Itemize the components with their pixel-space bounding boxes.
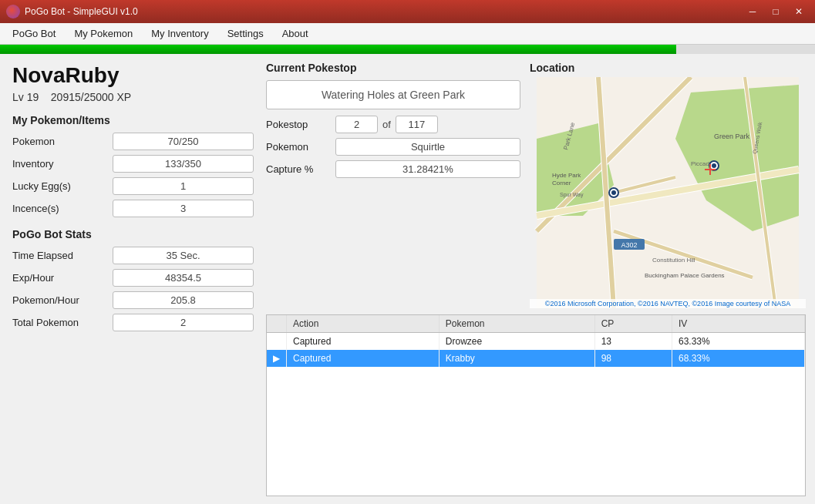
svg-text:A302: A302 xyxy=(621,241,637,249)
log-header-row: Action Pokemon CP IV xyxy=(267,315,805,333)
title-bar: PoGo Bot - SimpleGUI v1.0 ─ □ ✕ xyxy=(0,0,815,23)
pokestop-of: of xyxy=(382,119,391,130)
progress-bar-container xyxy=(0,45,815,54)
player-xp: 20915/25000 XP xyxy=(51,91,131,103)
pokestop-row-label: Pokestop xyxy=(266,119,335,130)
pokestop-name: Watering Holes at Green Park xyxy=(266,80,520,109)
svg-point-26 xyxy=(712,163,716,168)
pokemon-value: 70/250 xyxy=(113,133,254,150)
log-col-cp: CP xyxy=(594,315,672,333)
pokestop-num: 2 xyxy=(335,116,378,133)
menu-item-settings[interactable]: Settings xyxy=(218,25,273,42)
menu-item-mypokemon[interactable]: My Pokemon xyxy=(65,25,142,42)
incence-row: Incence(s) 3 xyxy=(12,200,254,217)
player-level: Lv 19 xyxy=(12,91,39,103)
svg-point-23 xyxy=(611,190,616,195)
close-button[interactable]: ✕ xyxy=(789,4,809,19)
pokestop-total: 117 xyxy=(396,116,438,133)
log-col-arrow xyxy=(267,315,287,333)
svg-text:Green Park: Green Park xyxy=(714,133,750,140)
capture-row: Capture % 31.28421% xyxy=(266,160,520,178)
total-pokemon-value: 2 xyxy=(113,314,254,331)
pokemon-items-title: My Pokemon/Items xyxy=(12,114,254,126)
pokemon-row: Pokemon 70/250 xyxy=(12,133,254,150)
pokestop-section-title: Current Pokestop xyxy=(266,62,520,74)
log-cell-action: Captured xyxy=(287,333,439,351)
pokemon-hour-label: Pokemon/Hour xyxy=(12,294,113,306)
log-table: Action Pokemon CP IV CapturedDrowzee1363… xyxy=(267,315,805,367)
exp-hour-row: Exp/Hour 48354.5 xyxy=(12,269,254,287)
log-tbody: CapturedDrowzee1363.33%▶CapturedKrabby98… xyxy=(267,333,805,368)
log-container: Action Pokemon CP IV CapturedDrowzee1363… xyxy=(266,314,806,496)
bot-stats-title: PoGo Bot Stats xyxy=(12,228,254,240)
log-row[interactable]: ▶CapturedKrabby9868.33% xyxy=(267,350,805,367)
level-xp: Lv 19 20915/25000 XP xyxy=(12,91,254,103)
left-panel: NovaRuby Lv 19 20915/25000 XP My Pokemon… xyxy=(0,54,266,504)
pokestop-panel: Current Pokestop Watering Holes at Green… xyxy=(266,62,520,308)
log-cell-cp: 13 xyxy=(594,333,672,351)
luckyegg-row: Lucky Egg(s) 1 xyxy=(12,177,254,195)
log-col-action: Action xyxy=(287,315,439,333)
exp-hour-label: Exp/Hour xyxy=(12,272,113,284)
exp-hour-value: 48354.5 xyxy=(113,269,254,287)
time-elapsed-label: Time Elapsed xyxy=(12,250,113,261)
luckyegg-value: 1 xyxy=(113,177,254,195)
incence-value: 3 xyxy=(113,200,254,217)
map-wrapper: A302 Park Lane Piccadilly Constitution H… xyxy=(530,77,806,308)
log-cell-pokemon: Krabby xyxy=(439,350,594,367)
pokestop-pokemon-value: Squirtle xyxy=(335,138,520,156)
menu-item-pogobot[interactable]: PoGo Bot xyxy=(3,25,65,42)
capture-value: 31.28421% xyxy=(335,160,520,178)
main-content: NovaRuby Lv 19 20915/25000 XP My Pokemon… xyxy=(0,54,815,504)
log-cell-pokemon: Drowzee xyxy=(439,333,594,351)
log-cell-arrow xyxy=(267,333,287,351)
luckyegg-label: Lucky Egg(s) xyxy=(12,180,113,192)
app-title: PoGo Bot - SimpleGUI v1.0 xyxy=(25,6,743,17)
pokemon-hour-value: 205.8 xyxy=(113,291,254,309)
svg-text:Corner: Corner xyxy=(552,180,571,186)
map-label: Location xyxy=(530,62,806,74)
map-attribution: ©2016 Microsoft Corporation, ©2016 NAVTE… xyxy=(530,299,806,308)
minimize-button[interactable]: ─ xyxy=(743,4,763,19)
svg-text:Spur Way: Spur Way xyxy=(560,192,584,198)
menu-item-about[interactable]: About xyxy=(273,25,318,42)
menu-item-myinventory[interactable]: My Inventory xyxy=(142,25,217,42)
log-col-iv: IV xyxy=(672,315,804,333)
svg-text:Buckingham Palace Gardens: Buckingham Palace Gardens xyxy=(645,272,725,279)
pokestop-num-row: Pokestop 2 of 117 xyxy=(266,116,520,133)
log-cell-iv: 63.33% xyxy=(672,333,804,351)
right-panel: Current Pokestop Watering Holes at Green… xyxy=(266,54,815,504)
app-icon xyxy=(6,5,20,18)
progress-bar-fill xyxy=(0,45,676,54)
window-controls: ─ □ ✕ xyxy=(743,4,809,19)
username: NovaRuby xyxy=(12,63,254,88)
pokestop-pokemon-row: Pokemon Squirtle xyxy=(266,138,520,156)
svg-text:Constitution Hill: Constitution Hill xyxy=(652,257,695,264)
incence-label: Incence(s) xyxy=(12,203,113,214)
inventory-value: 133/350 xyxy=(113,155,254,173)
capture-label: Capture % xyxy=(266,163,335,175)
log-cell-arrow: ▶ xyxy=(267,350,287,367)
total-pokemon-row: Total Pokemon 2 xyxy=(12,314,254,331)
menu-bar: PoGo Bot My Pokemon My Inventory Setting… xyxy=(0,23,815,45)
pokemon-label: Pokemon xyxy=(12,136,113,147)
inventory-label: Inventory xyxy=(12,158,113,170)
svg-text:Hyde Park: Hyde Park xyxy=(552,172,581,179)
log-cell-action: Captured xyxy=(287,350,439,367)
pokemon-hour-row: Pokemon/Hour 205.8 xyxy=(12,291,254,309)
map-svg: A302 Park Lane Piccadilly Constitution H… xyxy=(530,77,806,308)
time-elapsed-row: Time Elapsed 35 Sec. xyxy=(12,247,254,264)
total-pokemon-label: Total Pokemon xyxy=(12,317,113,328)
top-right: Current Pokestop Watering Holes at Green… xyxy=(266,62,806,308)
pokestop-pokemon-label: Pokemon xyxy=(266,141,335,153)
log-row[interactable]: CapturedDrowzee1363.33% xyxy=(267,333,805,351)
map-area: Location xyxy=(530,62,806,308)
time-elapsed-value: 35 Sec. xyxy=(113,247,254,264)
inventory-row: Inventory 133/350 xyxy=(12,155,254,173)
maximize-button[interactable]: □ xyxy=(766,4,786,19)
log-col-pokemon: Pokemon xyxy=(439,315,594,333)
log-cell-cp: 98 xyxy=(594,350,672,367)
log-cell-iv: 68.33% xyxy=(672,350,804,367)
